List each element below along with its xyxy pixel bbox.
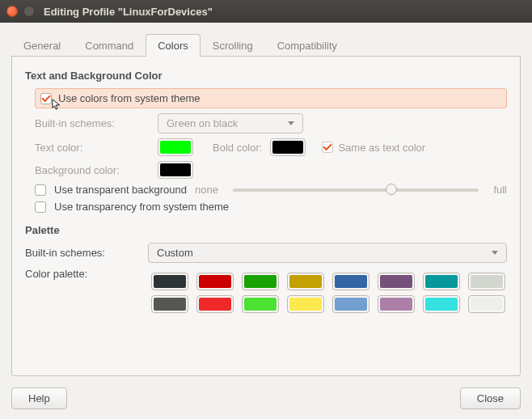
palette-swatch[interactable] — [242, 295, 279, 313]
palette-swatch[interactable] — [378, 273, 415, 290]
slider-full-label: full — [493, 184, 507, 196]
palette-swatch[interactable] — [151, 273, 188, 290]
chevron-down-icon — [492, 251, 498, 255]
transparency-theme-checkbox[interactable] — [35, 201, 46, 213]
content-area: General Command Colors Scrolling Compati… — [0, 23, 532, 419]
color-palette-label: Color palette: — [25, 268, 140, 280]
titlebar: Editing Profile "LinuxForDevices" — [0, 0, 532, 23]
window-minimize-button[interactable] — [23, 6, 35, 17]
palette-swatch[interactable] — [332, 273, 369, 290]
text-color-swatch[interactable] — [158, 138, 193, 156]
transparency-theme-label: Use transparency from system theme — [54, 201, 229, 213]
palette-swatch[interactable] — [196, 273, 234, 290]
bg-color-label: Background color: — [35, 164, 150, 176]
bold-color-value — [272, 141, 303, 154]
bold-color-label: Bold color: — [213, 142, 262, 154]
colors-panel: Text and Background Color Use colors fro… — [11, 57, 521, 376]
palette-schemes-label: Built-in schemes: — [25, 247, 140, 259]
dialog-window: Editing Profile "LinuxForDevices" Genera… — [0, 0, 532, 419]
palette-swatch[interactable] — [468, 295, 505, 313]
use-system-theme-checkbox[interactable] — [40, 93, 52, 104]
builtin-schemes-dropdown[interactable]: Green on black — [158, 113, 303, 133]
transparent-bg-checkbox[interactable] — [35, 184, 46, 196]
close-button[interactable]: Close — [460, 387, 521, 409]
palette-swatch[interactable] — [287, 273, 324, 290]
bg-color-value — [160, 163, 191, 176]
tab-bar: General Command Colors Scrolling Compati… — [11, 31, 521, 57]
use-system-theme-row[interactable]: Use colors from system theme — [35, 88, 507, 108]
palette-grid — [151, 268, 505, 318]
same-as-text-label: Same as text color — [338, 142, 425, 154]
bg-color-swatch[interactable] — [158, 161, 193, 179]
palette-section-title: Palette — [25, 224, 507, 236]
builtin-schemes-value: Green on black — [167, 117, 238, 129]
use-system-theme-label: Use colors from system theme — [58, 92, 201, 104]
palette-swatch[interactable] — [151, 295, 188, 313]
slider-none-label: none — [195, 184, 218, 196]
bold-color-swatch[interactable] — [270, 138, 306, 156]
chevron-down-icon — [288, 121, 294, 125]
palette-swatch[interactable] — [423, 295, 460, 313]
tab-compatibility[interactable]: Compatibility — [265, 34, 349, 57]
tab-general[interactable]: General — [11, 34, 73, 57]
palette-swatch[interactable] — [468, 273, 505, 290]
text-bg-section-title: Text and Background Color — [25, 70, 507, 82]
dialog-footer: Help Close — [11, 383, 521, 409]
text-color-value — [160, 141, 191, 154]
window-close-button[interactable] — [6, 6, 18, 17]
palette-schemes-value: Custom — [157, 247, 193, 259]
help-button[interactable]: Help — [11, 387, 67, 409]
window-title: Editing Profile "LinuxForDevices" — [44, 6, 213, 18]
text-color-label: Text color: — [35, 142, 150, 154]
palette-swatch[interactable] — [196, 295, 234, 313]
palette-swatch[interactable] — [423, 273, 460, 290]
palette-swatch[interactable] — [332, 295, 369, 313]
palette-swatch[interactable] — [378, 295, 415, 313]
transparent-bg-label: Use transparent background — [54, 184, 187, 196]
slider-thumb[interactable] — [386, 184, 397, 195]
palette-schemes-dropdown[interactable]: Custom — [148, 243, 507, 263]
builtin-schemes-label: Built-in schemes: — [35, 117, 150, 129]
tab-colors[interactable]: Colors — [146, 34, 201, 57]
tab-command[interactable]: Command — [73, 34, 146, 57]
same-as-text-checkbox[interactable] — [322, 142, 333, 153]
palette-swatch[interactable] — [287, 295, 324, 313]
tab-scrolling[interactable]: Scrolling — [201, 34, 265, 57]
palette-swatch[interactable] — [242, 273, 279, 290]
transparency-slider[interactable] — [233, 188, 479, 192]
